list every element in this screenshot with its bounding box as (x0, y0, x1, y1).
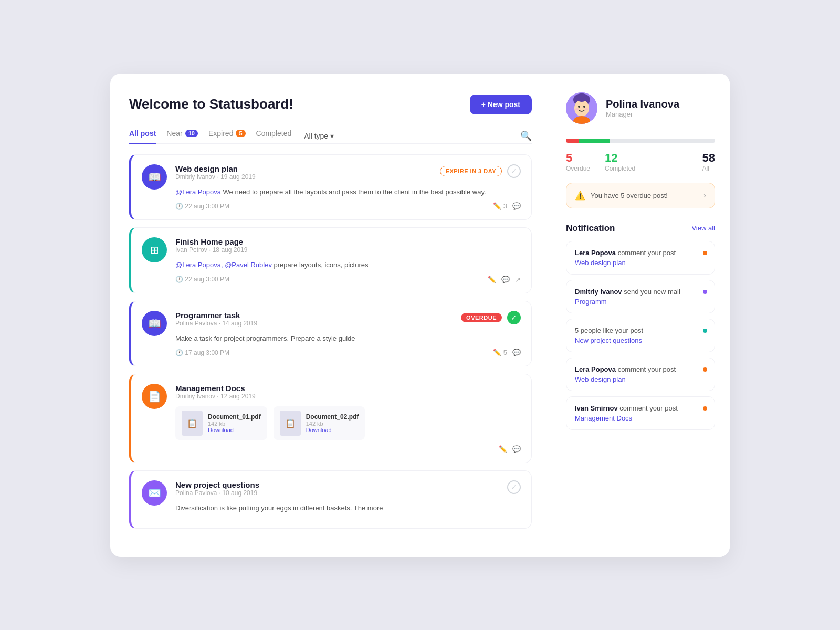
overdue-alert-content: ⚠️ You have 5 overdue post! (575, 191, 668, 201)
doc-size-2: 142 kb (306, 421, 359, 427)
post-body-5: New project questions Polina Pavlova · 1… (175, 480, 521, 519)
stat-overdue: 5 Overdue (566, 151, 590, 172)
post-icon-4: 📄 (142, 384, 167, 409)
search-button[interactable]: 🔍 (520, 130, 532, 142)
doc-name-2: Document_02.pdf (306, 413, 359, 421)
post-icon-3: 📖 (142, 311, 167, 336)
post-time-1: 🕐 22 aug 3:00 PM (175, 203, 229, 210)
comment-icon-3[interactable]: 💬 (512, 349, 521, 356)
post-body-2: Finish Home page Ivan Petrov · 18 aug 20… (175, 237, 521, 284)
profile-section: Polina Ivanova Manager (566, 92, 715, 124)
post-card-1: 📖 Web design plan Dmitriy Ivanov · 19 au… (129, 154, 532, 220)
near-badge: 10 (185, 130, 198, 137)
comment-icon-2[interactable]: 💬 (501, 276, 510, 284)
post-meta-1: Dmitriy Ivanov · 19 aug 2019 (175, 173, 256, 181)
comment-icon-4[interactable]: 💬 (512, 445, 521, 453)
like-count-1[interactable]: ✏️ 3 (493, 202, 507, 210)
warning-icon: ⚠️ (575, 191, 585, 201)
doc-info-1: Document_01.pdf 142 kb Download (208, 413, 261, 433)
chevron-right-icon: › (704, 191, 706, 200)
notification-header: Notification View all (566, 223, 715, 234)
stat-all-num: 58 (702, 151, 715, 165)
profile-name: Polina Ivanova (606, 98, 679, 110)
progress-bar (566, 139, 715, 143)
post-footer-2: 🕐 22 aug 3:00 PM ✏️ 💬 ↗ (175, 276, 521, 284)
notif-dot-3 (703, 329, 707, 333)
like-count-3[interactable]: ✏️ 5 (493, 349, 507, 356)
profile-info: Polina Ivanova Manager (606, 98, 679, 118)
post-title-1: Web design plan (175, 164, 256, 173)
post-footer-3: 🕐 17 aug 3:00 PM ✏️ 5 💬 (175, 349, 521, 356)
post-badge-area-3: OVERDUE ✓ (461, 311, 521, 324)
svg-point-5 (583, 106, 585, 108)
notif-link-3[interactable]: New project questions (575, 337, 706, 344)
notif-text-4: Lera Popova comment your post (575, 365, 706, 373)
profile-role: Manager (606, 110, 679, 118)
avatar-svg (566, 92, 597, 124)
post-meta-2: Ivan Petrov · 18 aug 2019 (175, 246, 247, 254)
post-footer-1: 🕐 22 aug 3:00 PM ✏️ 3 💬 (175, 202, 521, 210)
notif-text-2: Dmitriy Ivanov send you new mail (575, 288, 706, 296)
doc-size-1: 142 kb (208, 421, 261, 427)
stat-completed-num: 12 (605, 151, 635, 165)
doc-info-2: Document_02.pdf 142 kb Download (306, 413, 359, 433)
post-time-2: 🕐 22 aug 3:00 PM (175, 276, 229, 283)
tab-near[interactable]: Near 10 (166, 129, 198, 144)
overdue-badge-3: OVERDUE (461, 313, 502, 322)
view-all-button[interactable]: View all (691, 224, 715, 232)
post-time-3: 🕐 17 aug 3:00 PM (175, 349, 229, 356)
overdue-alert[interactable]: ⚠️ You have 5 overdue post! › (566, 183, 715, 208)
post-title-2: Finish Home page (175, 237, 247, 246)
post-title-3: Programmer task (175, 311, 257, 320)
post-header-3: Programmer task Polina Pavlova · 14 aug … (175, 311, 521, 331)
overdue-alert-text: You have 5 overdue post! (591, 192, 668, 200)
post-card-3: 📖 Programmer task Polina Pavlova · 14 au… (129, 301, 532, 367)
doc-name-1: Document_01.pdf (208, 413, 261, 421)
like-icon-4[interactable]: ✏️ (499, 445, 507, 453)
stat-completed: 12 Completed (605, 151, 635, 172)
tab-all-post[interactable]: All post (129, 129, 156, 144)
type-dropdown[interactable]: All type ▾ (304, 132, 334, 140)
new-post-button[interactable]: + New post (470, 94, 532, 114)
notification-title: Notification (566, 223, 615, 234)
complete-toggle-1[interactable]: ✓ (507, 164, 521, 178)
stat-all: 58 All (702, 151, 715, 172)
doc-download-1[interactable]: Download (208, 427, 261, 433)
post-header-1: Web design plan Dmitriy Ivanov · 19 aug … (175, 164, 521, 185)
mention-2: @Lera Popova, @Pavel Rublev (175, 261, 272, 269)
mention-1: @Lera Popova (175, 188, 221, 196)
post-header-2: Finish Home page Ivan Petrov · 18 aug 20… (175, 237, 521, 258)
share-icon-2[interactable]: ↗ (515, 276, 521, 284)
comment-icon-1[interactable]: 💬 (512, 202, 521, 210)
post-meta-4: Dmitriy Ivanov · 12 aug 2019 (175, 393, 256, 400)
tab-completed[interactable]: Completed (256, 129, 292, 144)
doc-download-2[interactable]: Download (306, 427, 359, 433)
notif-card-2: Dmitriy Ivanov send you new mail Program… (566, 280, 715, 313)
post-body-3: Programmer task Polina Pavlova · 14 aug … (175, 311, 521, 357)
notif-user-2: Dmitriy Ivanov (575, 288, 622, 296)
like-icon-2[interactable]: ✏️ (488, 276, 496, 284)
notif-link-5[interactable]: Management Docs (575, 414, 706, 422)
notif-link-4[interactable]: Web design plan (575, 375, 706, 383)
notif-card-5: Ivan Smirnov comment your post Managemen… (566, 396, 715, 430)
progress-completed (579, 139, 610, 143)
complete-toggle-3[interactable]: ✓ (507, 311, 521, 324)
post-card-5: ✉️ New project questions Polina Pavlova … (129, 470, 532, 529)
post-body-4: Management Docs Dmitriy Ivanov · 12 aug … (175, 384, 521, 453)
expired-badge: 5 (236, 130, 245, 137)
post-text-3: Make a task for project programmers. Pre… (175, 333, 521, 344)
post-meta-3: Polina Pavlova · 14 aug 2019 (175, 320, 257, 327)
stat-all-label: All (702, 165, 715, 172)
post-title-5: New project questions (175, 480, 259, 489)
complete-toggle-5[interactable]: ✓ (507, 480, 521, 494)
stats-row: 5 Overdue 12 Completed 58 All (566, 151, 715, 172)
header-row: Welcome to Statusboard! + New post (129, 94, 532, 114)
post-icon-5: ✉️ (142, 480, 167, 506)
notif-link-1[interactable]: Web design plan (575, 259, 706, 267)
notif-card-4: Lera Popova comment your post Web design… (566, 358, 715, 391)
doc-thumb-1: 📋 (182, 411, 203, 436)
post-meta-5: Polina Pavlova · 10 aug 2019 (175, 489, 259, 497)
post-text-2: @Lera Popova, @Pavel Rublev prepare layo… (175, 260, 521, 270)
tab-expired[interactable]: Expired 5 (208, 129, 246, 144)
notif-link-2[interactable]: Programm (575, 298, 706, 306)
